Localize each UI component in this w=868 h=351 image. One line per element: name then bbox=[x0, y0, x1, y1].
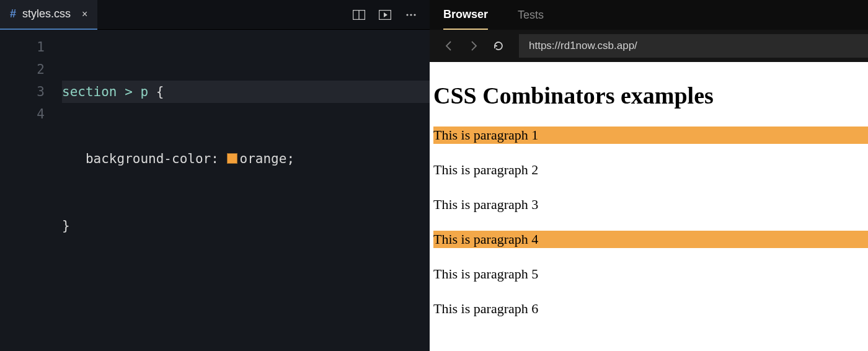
css-file-icon: # bbox=[10, 7, 16, 20]
editor-tabbar: # styles.css × bbox=[0, 0, 430, 30]
code-line[interactable]: section > p { bbox=[62, 81, 430, 103]
code-line[interactable]: background-color: orange; bbox=[62, 148, 430, 170]
css-selector: section > p bbox=[62, 84, 148, 99]
line-number: 1 bbox=[0, 36, 62, 58]
svg-marker-3 bbox=[384, 12, 388, 17]
line-number: 3 bbox=[0, 81, 62, 103]
brace-close: } bbox=[62, 218, 70, 233]
back-button[interactable] bbox=[438, 35, 459, 56]
page-heading: CSS Combinators examples bbox=[433, 82, 868, 109]
svg-point-5 bbox=[410, 14, 412, 16]
line-number: 4 bbox=[0, 103, 62, 125]
line-number: 2 bbox=[0, 58, 62, 81]
more-icon[interactable] bbox=[400, 4, 422, 26]
code-editor[interactable]: 1 2 3 4 section > p { background-color: … bbox=[0, 30, 430, 351]
paragraph-1: This is paragraph 1 bbox=[433, 127, 868, 144]
paragraph-5: This is paragraph 5 bbox=[433, 265, 868, 283]
preview-tabbar: Browser Tests bbox=[430, 0, 868, 30]
indent bbox=[62, 151, 86, 166]
forward-button[interactable] bbox=[463, 35, 484, 56]
semicolon: ; bbox=[286, 151, 294, 166]
css-value: orange bbox=[240, 151, 287, 166]
editor-toolbar bbox=[348, 4, 430, 26]
line-gutter: 1 2 3 4 bbox=[0, 30, 62, 351]
paragraph-3: This is paragraph 3 bbox=[433, 196, 868, 213]
paragraph-6: This is paragraph 6 bbox=[433, 300, 868, 318]
css-property: background-color bbox=[86, 151, 211, 166]
editor-pane: # styles.css × 1 2 3 4 section > p { bac… bbox=[0, 0, 430, 351]
paragraph-4: This is paragraph 4 bbox=[433, 231, 868, 248]
color-swatch-icon[interactable] bbox=[227, 153, 237, 164]
tab-tests[interactable]: Tests bbox=[518, 9, 544, 22]
editor-tab-styles-css[interactable]: # styles.css × bbox=[0, 0, 97, 30]
url-input[interactable] bbox=[519, 34, 868, 58]
code-line[interactable]: } bbox=[62, 215, 430, 237]
svg-point-4 bbox=[406, 14, 408, 16]
editor-tab-filename: styles.css bbox=[22, 7, 71, 20]
colon: : bbox=[211, 151, 226, 166]
reload-button[interactable] bbox=[488, 35, 509, 56]
svg-point-6 bbox=[414, 14, 415, 16]
tab-browser-label: Browser bbox=[443, 8, 488, 21]
split-layout-icon[interactable] bbox=[348, 4, 370, 26]
preview-play-icon[interactable] bbox=[374, 4, 396, 26]
paragraph-2: This is paragraph 2 bbox=[433, 161, 868, 179]
preview-pane: Browser Tests CSS Combinators examples T… bbox=[430, 0, 868, 351]
browser-address-bar bbox=[430, 30, 868, 62]
close-icon[interactable]: × bbox=[82, 9, 87, 20]
tab-browser[interactable]: Browser bbox=[443, 0, 488, 30]
brace-open: { bbox=[148, 84, 164, 99]
code-content[interactable]: section > p { background-color: orange; … bbox=[62, 30, 430, 351]
browser-viewport[interactable]: CSS Combinators examples This is paragra… bbox=[430, 62, 868, 351]
